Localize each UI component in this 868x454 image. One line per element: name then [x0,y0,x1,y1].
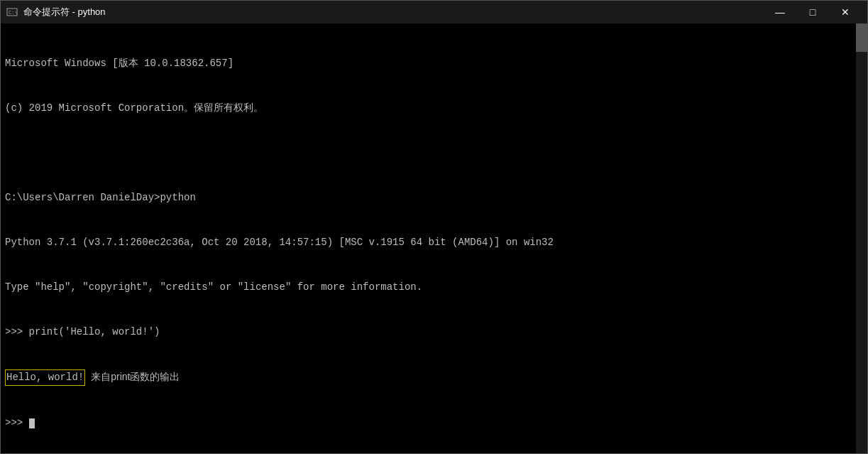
cmd-window: C:\ 命令提示符 - python — □ ✕ Microsoft Windo… [0,0,868,454]
cmd-icon: C:\ [6,6,18,18]
console-output-line: Hello, world! 来自print函数的输出 [5,369,863,386]
close-button[interactable]: ✕ [829,1,862,23]
console-line-9: >>> [5,416,863,431]
window-title: 命令提示符 - python [23,6,106,18]
console-line-4: C:\Users\Darren DanielDay>python [5,190,863,205]
window-controls: — □ ✕ [764,1,862,23]
scrollbar[interactable] [856,23,867,453]
console-line-blank [5,146,863,161]
console-line-7: >>> print('Hello, world!') [5,325,863,340]
console-output: Microsoft Windows [版本 10.0.18362.657] (c… [5,26,863,453]
title-bar-left: C:\ 命令提示符 - python [6,6,106,18]
output-annotation: 来自print函数的输出 [91,369,180,384]
console-line-2: (c) 2019 Microsoft Corporation。保留所有权利。 [5,101,863,116]
line6-mid: ", " [142,281,166,293]
console-body[interactable]: Microsoft Windows [版本 10.0.18362.657] (c… [1,23,867,453]
line6-copyright: copyright [89,281,143,293]
console-line-5: Python 3.7.1 (v3.7.1:260ec2c36a, Oct 20 … [5,235,863,250]
scrollbar-thumb[interactable] [856,23,867,52]
line6-suffix: " or "license" for more information. [208,281,422,293]
line6-credits: credits [166,281,208,293]
svg-text:C:\: C:\ [9,10,18,16]
console-line-1: Microsoft Windows [版本 10.0.18362.657] [5,56,863,71]
title-bar: C:\ 命令提示符 - python — □ ✕ [1,1,867,23]
line6-prefix: Type "help", " [5,281,89,293]
prompt: >>> [5,417,29,428]
maximize-button[interactable]: □ [796,1,829,23]
console-line-6: Type "help", "copyright", "credits" or "… [5,280,863,295]
minimize-button[interactable]: — [764,1,796,23]
hello-world-output: Hello, world! [5,369,85,386]
cursor [29,418,35,428]
